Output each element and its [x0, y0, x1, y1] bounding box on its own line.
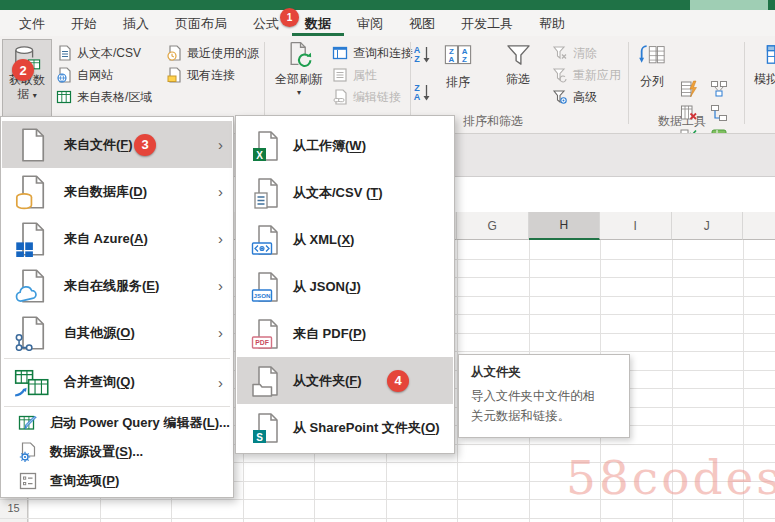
svg-text:A: A [449, 55, 455, 64]
submenu-item-json[interactable]: JSON从 JSON(J) [237, 263, 453, 310]
tab-审阅[interactable]: 审阅 [344, 11, 396, 36]
grid-hline [0, 499, 775, 500]
from-folder-tooltip: 从文件夹 导入文件夹中文件的相关元数据和链接。 [458, 354, 630, 438]
sort-desc-icon: ZA [412, 82, 432, 102]
tab-视图[interactable]: 视图 [396, 11, 448, 36]
sort-descending-button[interactable]: ZA [412, 82, 432, 106]
relationships-button[interactable] [710, 104, 728, 126]
grid-hline [0, 518, 775, 519]
row-header-15[interactable]: 15 [0, 499, 27, 517]
split-columns-icon [637, 43, 667, 70]
menu-item-label: 从 JSON(J) [293, 278, 361, 296]
chevron-down-icon: ▾ [275, 88, 323, 97]
refresh-all-icon [286, 41, 313, 68]
menu-item-database[interactable]: 来自数据库(D)› [2, 168, 232, 215]
menu-item-data-source-settings[interactable]: 数据源设置(S)... [2, 438, 232, 466]
sort-ascending-button[interactable]: AZ [412, 44, 432, 68]
column-header-G[interactable]: G [457, 212, 529, 240]
tab-开发工具[interactable]: 开发工具 [448, 11, 526, 36]
ribbon-button-edit-links: 编辑链接 [332, 86, 413, 108]
menu-item-power-query[interactable]: 启动 Power Query 编辑器(L)... [2, 409, 232, 437]
sort-button[interactable]: ZAAZ排序 [432, 43, 484, 91]
menu-item-combine-queries[interactable]: 合并查询(Q)› [2, 360, 232, 404]
submenu-item-pdf[interactable]: PDF来自 PDF(P) [237, 310, 453, 357]
consolidate-icon [710, 80, 728, 98]
menu-item-label: 自其他源(O) [64, 324, 135, 342]
excel-window: 文件开始插入页面布局公式数据1审阅视图开发工具帮助 排序和筛选 数据工具 获取数… [0, 0, 775, 522]
column-header[interactable] [743, 212, 775, 240]
tab-文件[interactable]: 文件 [6, 11, 58, 36]
get-data-button[interactable]: 获取数据 ▾ [2, 39, 52, 127]
menu-separator [4, 406, 230, 407]
tab-开始[interactable]: 开始 [58, 11, 110, 36]
chevron-down-icon: ▾ [33, 91, 37, 100]
xml-icon [251, 224, 283, 256]
ribbon-button-reapply: 重新应用 [552, 64, 621, 86]
ribbon-button-web[interactable]: 自网站 [56, 64, 152, 86]
tab-页面布局[interactable]: 页面布局 [162, 11, 240, 36]
button-label: 属性 [353, 67, 377, 84]
submenu-item-sharepoint[interactable]: S从 SharePoint 文件夹(O) [237, 404, 453, 451]
button-label: 来自表格/区域 [77, 89, 152, 106]
submenu-arrow-icon: › [218, 324, 223, 341]
advanced-icon [552, 89, 568, 105]
filter-icon [505, 43, 532, 68]
column-header-J[interactable]: J [672, 212, 744, 240]
ribbon-button-properties: 属性 [332, 64, 413, 86]
svg-text:X: X [256, 149, 263, 160]
submenu-item-workbook[interactable]: X从工作簿(W) [237, 122, 453, 169]
filter-button[interactable]: 筛选 [492, 43, 544, 88]
what-if-analysis-button[interactable]: 模拟分析 [748, 43, 775, 88]
column-header-I[interactable]: I [600, 212, 672, 240]
menu-item-label: 查询选项(P) [50, 472, 119, 490]
menu-item-label: 从文本/CSV (T) [293, 184, 383, 202]
combine-queries-icon [14, 364, 50, 400]
ribbon-button-advanced[interactable]: 高级 [552, 86, 621, 108]
submenu-arrow-icon: › [218, 136, 223, 153]
menu-item-other-sources[interactable]: 自其他源(O)› [2, 309, 232, 356]
reapply-icon [552, 67, 568, 83]
submenu-arrow-icon: › [218, 277, 223, 294]
column-header-H[interactable]: H [529, 212, 601, 240]
tab-帮助[interactable]: 帮助 [526, 11, 578, 36]
remove-duplicates-button[interactable] [680, 104, 698, 126]
tab-数据[interactable]: 数据1 [292, 11, 344, 36]
tooltip-body: 导入文件夹中文件的相关元数据和链接。 [471, 387, 607, 427]
menu-item-label: 从工作簿(W) [293, 137, 366, 155]
online-services-icon [14, 268, 50, 304]
step-badge-3: 3 [134, 134, 156, 156]
menu-item-label: 来自文件(F) [64, 136, 133, 154]
ribbon-button-table-range[interactable]: 来自表格/区域 [56, 86, 152, 108]
workbook-icon: X [251, 130, 283, 162]
submenu-item-text-file[interactable]: 从文本/CSV (T) [237, 169, 453, 216]
menu-item-query-options[interactable]: 查询选项(P) [2, 467, 232, 495]
ribbon-button-recent-sources[interactable]: 最近使用的源 [166, 42, 259, 64]
ribbon-button-existing-connections[interactable]: 现有连接 [166, 64, 259, 86]
titlebar-highlight [690, 0, 768, 10]
other-sources-icon [14, 315, 50, 351]
button-label: 从文本/CSV [77, 45, 141, 62]
ribbon-button-text-csv[interactable]: 从文本/CSV [56, 42, 152, 64]
azure-icon [14, 221, 50, 257]
button-label: 编辑链接 [353, 89, 401, 106]
ribbon-button-queries-connections[interactable]: 查询和连接 [332, 42, 413, 64]
submenu-arrow-icon: › [218, 183, 223, 200]
button-label: 查询和连接 [353, 45, 413, 62]
flash-fill-button[interactable] [680, 80, 698, 102]
consolidate-button[interactable] [710, 80, 728, 102]
submenu-item-folder[interactable]: 从文件夹(F)4 [237, 357, 453, 404]
tab-插入[interactable]: 插入 [110, 11, 162, 36]
text-to-columns-button[interactable]: 分列 [630, 43, 674, 90]
svg-text:A: A [414, 92, 421, 102]
svg-text:PDF: PDF [255, 339, 269, 346]
menu-item-azure[interactable]: 来自 Azure(A)› [2, 215, 232, 262]
sort-label: 排序 [446, 74, 470, 91]
text-file-icon [251, 177, 283, 209]
refresh-all-button[interactable]: 全部刷新▾ [270, 41, 328, 97]
submenu-item-xml[interactable]: 从 XML(X) [237, 216, 453, 263]
menu-item-label: 从 SharePoint 文件夹(O) [293, 419, 440, 437]
menu-item-online-services[interactable]: 来自在线服务(E)› [2, 262, 232, 309]
recent-sources-icon [166, 45, 182, 61]
menu-item-file[interactable]: 来自文件(F)›3 [2, 121, 232, 168]
refresh-all-label: 全部刷新▾ [275, 71, 323, 97]
